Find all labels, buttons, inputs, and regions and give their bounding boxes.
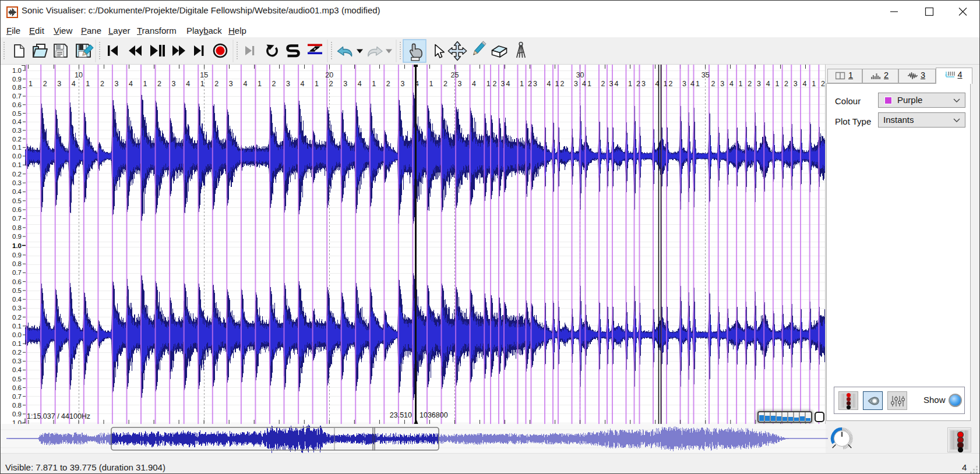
- svg-text:3: 3: [229, 80, 233, 88]
- svg-text:1: 1: [587, 80, 591, 88]
- svg-text:1: 1: [812, 80, 816, 88]
- svg-text:4: 4: [506, 80, 510, 88]
- svg-text:4: 4: [129, 80, 133, 88]
- svg-text:4: 4: [615, 80, 619, 88]
- svg-text:0.2: 0.2: [12, 314, 22, 321]
- svg-text:0.7: 0.7: [12, 269, 22, 276]
- svg-text:3: 3: [720, 80, 724, 88]
- svg-text:0.6: 0.6: [12, 384, 22, 391]
- svg-text:3: 3: [57, 80, 61, 88]
- svg-text:3: 3: [400, 80, 404, 88]
- svg-text:0.8: 0.8: [12, 402, 22, 409]
- svg-text:3: 3: [172, 80, 176, 88]
- svg-text:2: 2: [821, 80, 825, 88]
- svg-text:2: 2: [493, 80, 497, 88]
- svg-text:0.6: 0.6: [12, 206, 22, 213]
- svg-text:1: 1: [555, 80, 559, 88]
- svg-text:1: 1: [520, 80, 524, 88]
- svg-text:0.1: 0.1: [12, 340, 22, 347]
- svg-text:4: 4: [690, 80, 695, 88]
- svg-text:0.9: 0.9: [12, 233, 22, 240]
- svg-text:2: 2: [669, 80, 673, 88]
- svg-text:1: 1: [315, 80, 319, 88]
- svg-text:0.9: 0.9: [12, 252, 22, 259]
- svg-text:1.0: 1.0: [12, 67, 22, 74]
- svg-text:0.4: 0.4: [12, 366, 22, 373]
- svg-text:0.3: 0.3: [12, 179, 22, 186]
- svg-text:0.8: 0.8: [12, 84, 22, 91]
- svg-text:3: 3: [682, 80, 686, 88]
- svg-text:4: 4: [547, 80, 551, 88]
- svg-text:10: 10: [75, 71, 83, 79]
- svg-text:4: 4: [72, 80, 76, 88]
- svg-text:0.7: 0.7: [12, 393, 22, 400]
- svg-text:23.510: 23.510: [390, 411, 412, 419]
- svg-text:3: 3: [609, 80, 614, 88]
- svg-text:4: 4: [358, 80, 362, 88]
- svg-text:2: 2: [784, 80, 788, 88]
- svg-text:1: 1: [628, 80, 632, 88]
- svg-text:2: 2: [386, 80, 390, 88]
- svg-text:0.5: 0.5: [12, 376, 22, 383]
- svg-text:4: 4: [301, 80, 305, 88]
- svg-text:0.1: 0.1: [12, 161, 22, 168]
- svg-text:2: 2: [636, 80, 640, 88]
- svg-text:0.7: 0.7: [12, 215, 22, 222]
- svg-text:25: 25: [450, 71, 459, 79]
- svg-text:1.0: 1.0: [12, 419, 22, 424]
- svg-text:0.4: 0.4: [12, 296, 22, 303]
- svg-text:3: 3: [286, 80, 290, 88]
- svg-text:0.2: 0.2: [12, 171, 22, 178]
- svg-text:0.9: 0.9: [12, 411, 22, 418]
- svg-text:1: 1: [739, 80, 743, 88]
- svg-text:0.1: 0.1: [12, 144, 22, 151]
- svg-text:3: 3: [343, 80, 347, 88]
- svg-text:2: 2: [601, 80, 605, 88]
- svg-text:35: 35: [701, 71, 710, 79]
- svg-text:0.6: 0.6: [12, 278, 22, 285]
- svg-text:0.3: 0.3: [12, 127, 22, 134]
- svg-text:4: 4: [472, 80, 476, 88]
- svg-text:1: 1: [487, 80, 491, 88]
- svg-text:2: 2: [748, 80, 752, 88]
- svg-text:3: 3: [114, 80, 118, 88]
- svg-text:4: 4: [186, 80, 190, 88]
- svg-text:0.4: 0.4: [12, 188, 22, 195]
- svg-text:3: 3: [574, 80, 578, 88]
- svg-text:2: 2: [560, 80, 565, 88]
- svg-text:1: 1: [696, 80, 700, 88]
- svg-text:1: 1: [372, 80, 376, 88]
- svg-text:0.9: 0.9: [12, 76, 22, 83]
- svg-text:4: 4: [243, 80, 247, 88]
- svg-text:0.5: 0.5: [12, 287, 22, 294]
- svg-text:1: 1: [143, 80, 147, 88]
- svg-text:2: 2: [100, 80, 104, 88]
- svg-text:3: 3: [641, 80, 646, 88]
- svg-text:0.8: 0.8: [12, 260, 22, 267]
- svg-text:1: 1: [29, 80, 33, 88]
- svg-text:30: 30: [576, 71, 584, 79]
- svg-text:2: 2: [528, 80, 532, 88]
- svg-text:3: 3: [794, 80, 798, 88]
- svg-text:1.0: 1.0: [12, 242, 22, 249]
- svg-text:2: 2: [443, 80, 447, 88]
- svg-text:0.3: 0.3: [12, 358, 22, 365]
- svg-text:0.0: 0.0: [12, 331, 22, 338]
- svg-text:1: 1: [775, 80, 779, 88]
- svg-text:0.7: 0.7: [12, 93, 22, 100]
- svg-text:3: 3: [501, 80, 505, 88]
- svg-text:0.2: 0.2: [12, 349, 22, 356]
- svg-text:1036800: 1036800: [420, 411, 448, 419]
- svg-text:2: 2: [711, 80, 715, 88]
- svg-text:4: 4: [803, 80, 807, 88]
- svg-text:1: 1: [200, 80, 205, 88]
- svg-text:2: 2: [329, 80, 333, 88]
- svg-text:4: 4: [729, 80, 734, 88]
- svg-text:1: 1: [664, 80, 668, 88]
- svg-text:2: 2: [214, 80, 218, 88]
- svg-text:1: 1: [86, 80, 90, 88]
- svg-text:4: 4: [766, 80, 770, 88]
- svg-text:0.8: 0.8: [12, 224, 22, 231]
- svg-text:1: 1: [258, 80, 262, 88]
- svg-text:2: 2: [157, 80, 161, 88]
